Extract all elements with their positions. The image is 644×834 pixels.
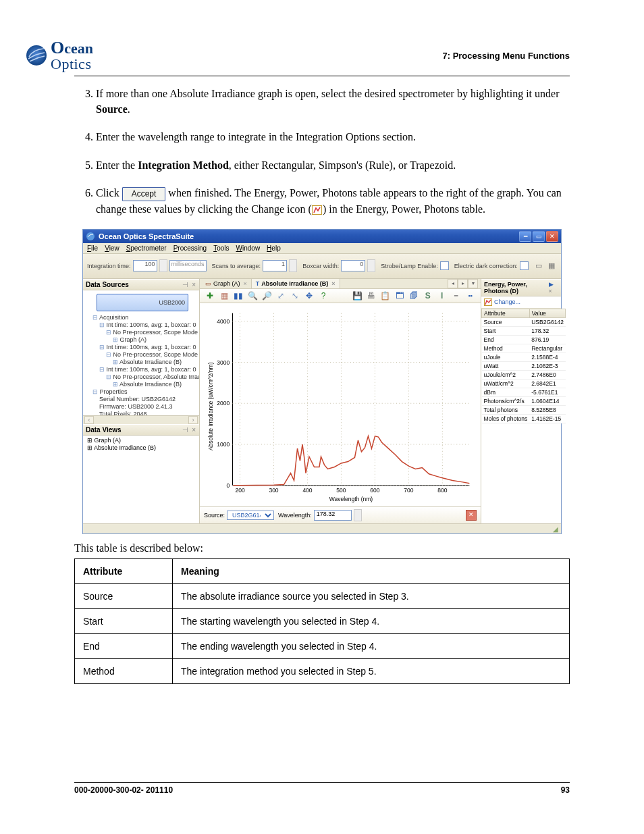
- layer-icon[interactable]: ▦: [219, 291, 230, 301]
- zoom-region-icon[interactable]: ⤡: [290, 291, 300, 301]
- menu-file[interactable]: File: [87, 244, 98, 252]
- menu-window[interactable]: Window: [236, 244, 261, 252]
- device-thumbnail[interactable]: USB2000: [97, 294, 188, 311]
- spectrasuite-window: Ocean Optics SpectraSuite ━ ▭ ✕ File Vie…: [82, 229, 562, 535]
- add-overlay-icon[interactable]: ✚: [205, 291, 215, 301]
- hscroll-left[interactable]: ‹: [84, 416, 94, 424]
- change-link[interactable]: Change...: [481, 296, 561, 309]
- toggle-icon[interactable]: ▪▪: [465, 292, 475, 299]
- copy-icon[interactable]: 📋: [380, 291, 390, 301]
- epp-play-icon[interactable]: ▶: [549, 281, 554, 288]
- menu-processing[interactable]: Processing: [173, 244, 207, 252]
- hscroll-right[interactable]: ›: [188, 416, 198, 424]
- pause-icon[interactable]: ▮▮: [234, 291, 244, 301]
- wavelength-input[interactable]: 178.32: [314, 510, 352, 521]
- menu-help[interactable]: Help: [267, 244, 281, 252]
- tree-pp1[interactable]: No Pre-processor, Scope Mode: [106, 329, 198, 336]
- epp-title: Energy, Power, Photons (D): [484, 281, 549, 294]
- delete-overlay-button[interactable]: ✕: [466, 510, 477, 521]
- int-time-unit[interactable]: milliseconds: [169, 260, 207, 271]
- boxcar-spinner[interactable]: [367, 259, 375, 272]
- view-abs-irr-b[interactable]: ⊞ Absolute Irradiance (B): [87, 444, 196, 452]
- int-time-spinner[interactable]: [159, 259, 167, 272]
- tab-graph-a[interactable]: ▭ Graph (A)×: [201, 279, 252, 288]
- svg-text:800: 800: [437, 487, 447, 494]
- tree-int1[interactable]: Int time: 100ms, avg: 1, boxcar: 0: [99, 321, 198, 329]
- svg-text:400: 400: [302, 487, 312, 494]
- tree-int2[interactable]: Int time: 100ms, avg: 1, boxcar: 0: [99, 344, 198, 351]
- wavelength-spinner[interactable]: [354, 509, 362, 521]
- zoom-out-icon[interactable]: 🔎: [262, 291, 272, 301]
- tree-acquisition[interactable]: Acquisition: [92, 314, 198, 321]
- tree-pp2[interactable]: No Pre-processor, Scope Mode: [106, 351, 198, 359]
- accept-button[interactable]: Accept: [122, 187, 166, 201]
- export-icon[interactable]: 🗐: [408, 291, 419, 301]
- tab-nav-right[interactable]: ▸: [458, 279, 468, 288]
- tb-icon-grid[interactable]: ▦: [547, 261, 557, 271]
- table-row: dBm-5.6761E1: [482, 388, 566, 396]
- pin-icon[interactable]: ⊣: [182, 281, 189, 288]
- edark-checkbox[interactable]: [520, 261, 529, 270]
- tree-pp3[interactable]: No Pre-processor, Absolute Irradi: [106, 373, 198, 381]
- boxcar-input[interactable]: 0: [341, 260, 365, 271]
- scans-spinner[interactable]: [289, 259, 297, 272]
- svg-text:3000: 3000: [217, 359, 230, 365]
- maximize-button[interactable]: ▭: [533, 231, 545, 242]
- dash-icon[interactable]: ━: [451, 292, 461, 299]
- table-row: SourceThe absolute irradiance source you…: [75, 584, 570, 609]
- meaning-table: Attribute Meaning SourceThe absolute irr…: [74, 558, 570, 684]
- tree-int3[interactable]: Int time: 100ms, avg: 1, boxcar: 0: [99, 366, 198, 373]
- svg-text:0: 0: [227, 482, 230, 489]
- pan-icon[interactable]: ✥: [304, 291, 315, 301]
- irradiance-icon: T: [256, 280, 260, 287]
- int-time-input[interactable]: 100: [133, 260, 157, 271]
- zoom-reset-icon[interactable]: ⤢: [276, 291, 286, 301]
- help-icon[interactable]: ?: [319, 291, 329, 301]
- s-mode-icon[interactable]: S: [423, 291, 433, 301]
- menu-view[interactable]: View: [105, 244, 119, 252]
- snapshot-icon[interactable]: 🗔: [394, 291, 404, 301]
- step-6: Click Accept when finished. The Energy, …: [96, 185, 570, 217]
- table-row: uJoule/cm^22.7486E0: [482, 370, 566, 379]
- scans-input[interactable]: 1: [263, 260, 287, 271]
- change-icon: [312, 205, 323, 215]
- tab-nav-left[interactable]: ◂: [448, 279, 458, 288]
- step-4: Enter the wavelength range to integrate …: [96, 129, 570, 145]
- pin-icon-2[interactable]: ⊣: [182, 426, 189, 434]
- svg-text:200: 200: [235, 487, 244, 494]
- epp-close-icon[interactable]: ×: [549, 288, 553, 294]
- tree-abs-irr-b1[interactable]: Absolute Irradiance (B): [113, 359, 198, 366]
- svg-text:500: 500: [336, 487, 346, 494]
- tab-abs-irr-b[interactable]: T Absolute Irradiance (B)×: [252, 279, 340, 288]
- tree-graph-a[interactable]: Graph (A): [113, 336, 198, 344]
- menu-tools[interactable]: Tools: [213, 244, 229, 252]
- y-axis-label: Absolute Irradiance (uW/cm^2/nm): [207, 362, 214, 450]
- close-tab-icon[interactable]: ×: [244, 280, 247, 287]
- tb-icon-panel[interactable]: ▭: [534, 261, 544, 271]
- minimize-button[interactable]: ━: [519, 231, 531, 242]
- close-button[interactable]: ✕: [546, 231, 558, 242]
- tb-icon-filter[interactable]: ▼: [560, 261, 561, 271]
- close-panel-icon[interactable]: ×: [192, 281, 196, 288]
- close-tab-icon-2[interactable]: ×: [331, 280, 335, 287]
- svg-point-2: [86, 232, 95, 240]
- tab-nav-menu[interactable]: ▾: [468, 279, 478, 288]
- strobe-checkbox[interactable]: [440, 261, 449, 270]
- view-graph-a[interactable]: ⊞ Graph (A): [87, 437, 196, 444]
- tree-abs-irr-b2[interactable]: Absolute Irradiance (B): [113, 381, 198, 388]
- save-icon[interactable]: 💾: [352, 291, 363, 301]
- tree-firmware: Firmware: USB2000 2.41.3: [99, 403, 198, 411]
- svg-text:300: 300: [269, 487, 278, 494]
- menu-bar[interactable]: File View Spectrometer Processing Tools …: [83, 243, 561, 254]
- resize-grip[interactable]: ◢: [553, 525, 558, 533]
- menu-spectrometer[interactable]: Spectrometer: [126, 244, 167, 252]
- tree-properties[interactable]: Properties: [92, 388, 198, 396]
- source-select[interactable]: USB2G6142: [227, 511, 274, 520]
- print-icon[interactable]: 🖶: [367, 291, 377, 301]
- table-intro: This table is described below:: [74, 542, 570, 554]
- step-5: Enter the Integration Method, either Rec…: [96, 157, 570, 173]
- section-title: 7: Processing Menu Functions: [442, 51, 570, 61]
- i-mode-icon[interactable]: I: [437, 291, 447, 301]
- zoom-in-icon[interactable]: 🔍: [248, 291, 258, 301]
- close-panel-icon-2[interactable]: ×: [192, 426, 196, 434]
